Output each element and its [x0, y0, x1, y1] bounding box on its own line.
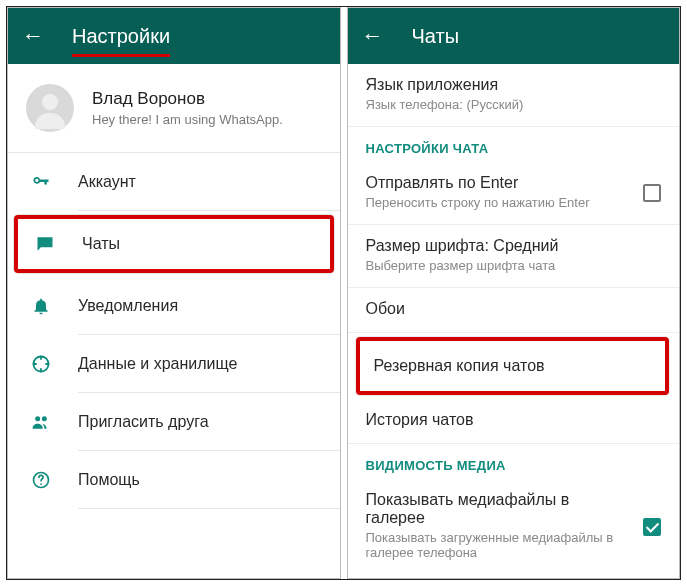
setting-sub: Показывать загруженные медиафайлы в гале… — [366, 530, 662, 560]
setting-title: Размер шрифта: Средний — [366, 237, 662, 255]
profile-row[interactable]: Влад Воронов Hey there! I am using Whats… — [8, 64, 340, 153]
setting-sub: Переносить строку по нажатию Enter — [366, 195, 662, 210]
profile-name: Влад Воронов — [92, 89, 283, 109]
setting-title: Резервная копия чатов — [374, 357, 652, 375]
svg-point-2 — [42, 416, 47, 421]
menu-label: Аккаунт — [78, 173, 136, 191]
settings-screen: ← Настройки Влад Воронов Hey there! I am… — [7, 7, 341, 579]
bell-icon — [30, 295, 52, 317]
svg-point-4 — [40, 483, 42, 485]
profile-status: Hey there! I am using WhatsApp. — [92, 112, 283, 127]
menu-item-notifications[interactable]: Уведомления — [8, 277, 340, 335]
menu-label: Чаты — [82, 235, 120, 253]
section-chat-settings: НАСТРОЙКИ ЧАТА — [348, 127, 680, 162]
chat-icon — [34, 233, 56, 255]
menu-label: Уведомления — [78, 297, 178, 315]
setting-title: История чатов — [366, 411, 662, 429]
invite-icon — [30, 411, 52, 433]
setting-enter-send[interactable]: Отправлять по Enter Переносить строку по… — [348, 162, 680, 225]
setting-chat-backup[interactable]: Резервная копия чатов — [360, 341, 666, 391]
setting-chat-history[interactable]: История чатов — [348, 399, 680, 444]
highlight-backup: Резервная копия чатов — [356, 337, 670, 395]
data-icon — [30, 353, 52, 375]
back-arrow-icon[interactable]: ← — [362, 25, 384, 47]
section-media-visibility: ВИДИМОСТЬ МЕДИА — [348, 444, 680, 479]
setting-title: Язык приложения — [366, 76, 662, 94]
checkbox-enter-send[interactable] — [643, 184, 661, 202]
menu-item-account[interactable]: Аккаунт — [8, 153, 340, 211]
setting-app-language[interactable]: Язык приложения Язык телефона: (Русский) — [348, 64, 680, 127]
setting-font-size[interactable]: Размер шрифта: Средний Выберите размер ш… — [348, 225, 680, 288]
appbar-title-text: Настройки — [72, 25, 170, 47]
menu-item-invite[interactable]: Пригласить друга — [8, 393, 340, 451]
back-arrow-icon[interactable]: ← — [22, 25, 44, 47]
key-icon — [30, 171, 52, 193]
menu-label: Пригласить друга — [78, 413, 209, 431]
menu-item-help[interactable]: Помощь — [8, 451, 340, 509]
avatar — [26, 84, 74, 132]
appbar-settings: ← Настройки — [8, 8, 340, 64]
menu-label: Данные и хранилище — [78, 355, 237, 373]
chats-settings-screen: ← Чаты Язык приложения Язык телефона: (Р… — [347, 7, 681, 579]
setting-title: Обои — [366, 300, 662, 318]
highlight-chats: Чаты — [14, 215, 334, 273]
setting-wallpaper[interactable]: Обои — [348, 288, 680, 333]
setting-sub: Выберите размер шрифта чата — [366, 258, 662, 273]
setting-title: Показывать медиафайлы в галерее — [366, 491, 662, 527]
menu-item-data[interactable]: Данные и хранилище — [8, 335, 340, 393]
checkbox-media-visibility[interactable] — [643, 518, 661, 536]
highlight-underline — [72, 54, 170, 57]
appbar-chats: ← Чаты — [348, 8, 680, 64]
appbar-title: Настройки — [72, 25, 170, 48]
appbar-title: Чаты — [412, 25, 460, 48]
menu-item-chats[interactable]: Чаты — [18, 219, 330, 269]
help-icon — [30, 469, 52, 491]
svg-point-1 — [35, 416, 40, 421]
menu-label: Помощь — [78, 471, 140, 489]
setting-media-visibility[interactable]: Показывать медиафайлы в галерее Показыва… — [348, 479, 680, 574]
setting-sub: Язык телефона: (Русский) — [366, 97, 662, 112]
setting-title: Отправлять по Enter — [366, 174, 662, 192]
